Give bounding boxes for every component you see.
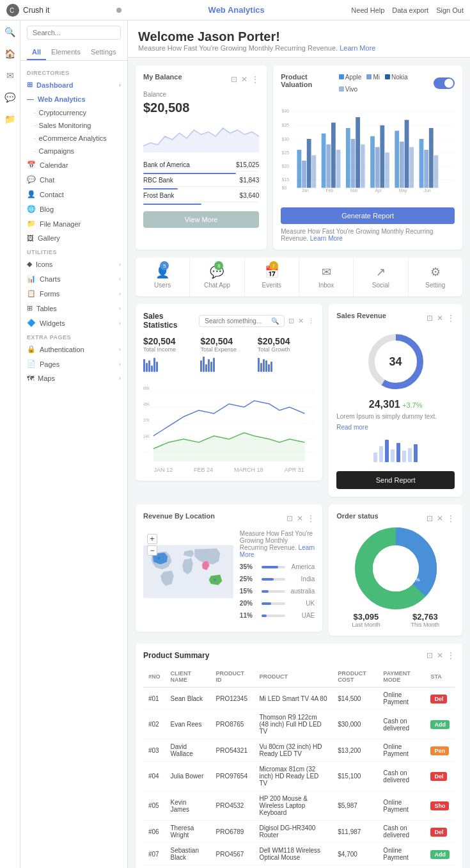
nav-gallery[interactable]: 🖼Gallery [20,231,127,245]
nav-chat[interactable]: 💬Chat [20,172,127,187]
pv-title: Product Valuation [281,73,339,88]
more-rev-icon[interactable]: ⋮ [447,314,455,323]
cell-cost: $5,987 [333,791,378,821]
svg-point-61 [214,579,216,581]
need-help-link[interactable]: Need Help [351,6,384,14]
nav-web-analytics[interactable]: — Web Analytics [20,92,127,106]
svg-rect-36 [419,139,424,188]
expand-stats-icon[interactable]: ⊡ [288,317,294,325]
quick-item-social[interactable]: ↗Social [354,257,408,296]
cell-cost: $14,500 [333,687,378,710]
expand-icon[interactable]: ⊡ [231,75,237,84]
nav-campaigns[interactable]: ·· Campaigns [20,145,127,157]
cell-cost: $13,200 [333,739,378,762]
ps-header: Product Summary ⊡ ✕ ⋮ [143,651,455,660]
nav-tables[interactable]: ⊞Tables› [20,301,127,316]
nav-pages[interactable]: 📄Pages› [20,357,127,371]
more-ps-icon[interactable]: ⋮ [447,651,455,660]
close-rev-icon[interactable]: ✕ [437,314,443,323]
icon-home[interactable]: 🏠 [4,47,17,60]
svg-text:$35: $35 [282,123,290,127]
expand-loc-icon[interactable]: ⊡ [286,514,293,523]
nav-charts[interactable]: 📊Charts› [20,271,127,286]
more-icon[interactable]: ⋮ [251,75,259,84]
tab-settings[interactable]: Settings [86,45,121,60]
search-icon[interactable]: 🔍 [271,317,279,325]
read-more-link[interactable]: Read more [336,424,368,431]
svg-text:37K: 37K [143,417,150,422]
table-row: #05 Kevin James PRO4532 HP 200 Mouse & W… [143,791,455,821]
search-input[interactable] [27,26,121,40]
quick-item-chat-app[interactable]: 8💬Chat App [190,257,244,296]
zoom-in-btn[interactable]: + [147,534,157,544]
nav-sales-monitoring[interactable]: ·· Sales Monitoring [20,119,127,132]
icon-chat[interactable]: 💬 [4,91,17,104]
pv-learn-more[interactable]: Learn More [310,235,343,242]
nav-contact[interactable]: 👤Contact [20,187,127,202]
cell-client: Evan Rees [166,710,211,739]
nav-calendar[interactable]: 📅Calendar [20,157,127,172]
rev-description: Lorem Ipsum is simply dummy text. [336,413,455,420]
nav-forms[interactable]: 📋Forms› [20,286,127,301]
learn-more-link[interactable]: Learn More [340,44,375,52]
toggle-switch[interactable] [434,77,455,89]
sign-out-link[interactable]: Sign Out [436,6,464,14]
quick-item-setting[interactable]: ⚙Setting [409,257,462,296]
cell-cost: $15,100 [333,762,378,791]
close-ps-icon[interactable]: ✕ [437,651,443,660]
map-area: + − [143,530,233,624]
tab-elements[interactable]: Elements [46,45,86,60]
cell-cost: $4,700 [333,843,378,865]
nav-file-manager[interactable]: 📁File Manager [20,216,127,231]
generate-report-button[interactable]: Generate Report [281,207,455,224]
expand-rev-icon[interactable]: ⊡ [427,314,433,323]
icon-search[interactable]: 🔍 [4,26,17,38]
close-ord-icon[interactable]: ✕ [437,514,443,523]
icon-folder[interactable]: 📁 [4,113,17,125]
nav-maps[interactable]: 🗺Maps› [20,371,127,385]
close-loc-icon[interactable]: ✕ [297,514,303,523]
revenue-card-icons: ⊡ ✕ ⋮ [427,314,455,323]
nav-ecommerce[interactable]: ·· eCommerce Analytics [20,132,127,145]
svg-point-59 [157,557,160,559]
quick-item-users[interactable]: 5👤Users [136,257,190,296]
quick-item-inbox[interactable]: ✉Inbox [299,257,354,296]
icon-mail[interactable]: ✉ [4,69,17,82]
mini-bar-7 [408,448,412,462]
nav-cryptocurrency[interactable]: ·· Cryptocurrency [20,106,127,119]
tab-all[interactable]: All [27,45,46,60]
nav-widgets[interactable]: 🔷Widgets› [20,316,127,330]
nav-authentication[interactable]: 🔒Authentication› [20,342,127,357]
svg-rect-37 [424,150,428,188]
more-ord-icon[interactable]: ⋮ [447,514,455,523]
svg-rect-38 [429,128,434,188]
nav-dashboard[interactable]: ⊞ Dashboard › [20,77,127,92]
svg-rect-27 [361,145,365,188]
more-stats-icon[interactable]: ⋮ [308,317,315,325]
nav-icons[interactable]: ◆Icons› [20,257,127,271]
cell-product: Dell WM118 Wireless Optical Mouse [255,843,333,865]
content-header: Welcome Jason Porter! Measure How Fast Y… [128,20,470,58]
close-stats-icon[interactable]: ✕ [298,317,304,325]
last-month-label: Last Month [352,622,380,628]
pv-header-right: Apple Mi Nokia Vivo [339,74,455,93]
expand-ps-icon[interactable]: ⊡ [427,651,433,660]
send-report-button[interactable]: Send Report [336,471,455,489]
table-header-cell: PRODUCT [255,666,333,687]
data-export-link[interactable]: Data export [392,6,428,14]
cell-status: Add [425,710,455,739]
quick-item-events[interactable]: 7📅Events [245,257,299,296]
top-bar: C Crush it Web Analytics Need Help Data … [0,0,470,20]
close-icon[interactable]: ✕ [241,75,247,84]
legend-apple: Apple [339,74,362,81]
stat-income: $20,504 Total Income [143,336,200,372]
view-more-button[interactable]: View More [143,211,259,228]
zoom-out-btn[interactable]: − [147,545,157,556]
gallery-icon: 🖼 [27,234,34,242]
nav-blog[interactable]: 🌐Blog [20,202,127,216]
expand-ord-icon[interactable]: ⊡ [427,514,433,523]
cell-prod-id: PRO6789 [211,821,255,843]
status-badge: Del [430,772,447,781]
more-loc-icon[interactable]: ⋮ [307,514,315,523]
stats-search-input[interactable] [205,317,269,325]
